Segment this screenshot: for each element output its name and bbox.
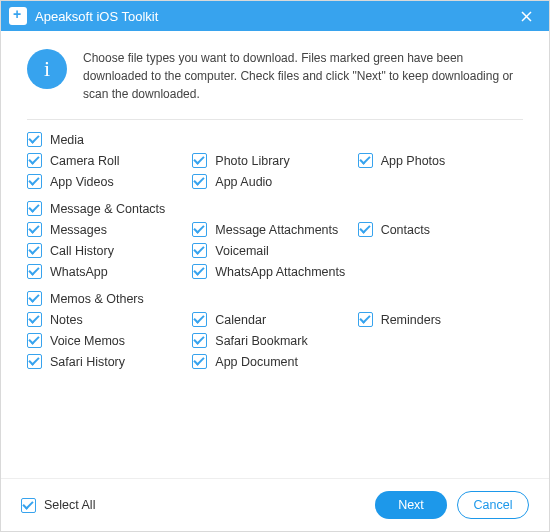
file-type-label: Photo Library: [215, 154, 289, 168]
app-title: Apeaksoft iOS Toolkit: [35, 9, 158, 24]
item-row: NotesCalendarReminders: [27, 312, 523, 327]
item-row: App VideosApp Audio: [27, 174, 523, 189]
section-header-item[interactable]: Message & Contacts: [27, 201, 523, 216]
file-type-item[interactable]: Message Attachments: [192, 222, 357, 237]
item-row: Voice MemosSafari Bookmark: [27, 333, 523, 348]
file-type-checkbox[interactable]: [192, 174, 207, 189]
file-type-checkbox[interactable]: [358, 312, 373, 327]
app-icon: [9, 7, 27, 25]
file-type-item[interactable]: Calendar: [192, 312, 357, 327]
file-type-checkbox[interactable]: [192, 153, 207, 168]
file-type-checkbox[interactable]: [27, 174, 42, 189]
file-type-checkbox[interactable]: [27, 312, 42, 327]
file-type-item[interactable]: App Audio: [192, 174, 357, 189]
file-type-label: App Document: [215, 355, 298, 369]
footer: Select All Next Cancel: [1, 478, 549, 531]
titlebar: Apeaksoft iOS Toolkit: [1, 1, 549, 31]
select-all-checkbox[interactable]: [21, 498, 36, 513]
section-header: Memos & Others: [27, 291, 523, 306]
item-row: Safari HistoryApp Document: [27, 354, 523, 369]
file-type-label: Message Attachments: [215, 223, 338, 237]
file-type-checkbox[interactable]: [192, 312, 207, 327]
info-icon: i: [27, 49, 67, 89]
file-type-label: Reminders: [381, 313, 441, 327]
cancel-button[interactable]: Cancel: [457, 491, 529, 519]
file-type-item[interactable]: Reminders: [358, 312, 523, 327]
app-window: Apeaksoft iOS Toolkit i Choose file type…: [0, 0, 550, 532]
file-type-item[interactable]: Contacts: [358, 222, 523, 237]
file-type-label: Notes: [50, 313, 83, 327]
file-type-checkbox[interactable]: [192, 354, 207, 369]
section-header-item[interactable]: Media: [27, 132, 523, 147]
file-type-item[interactable]: Call History: [27, 243, 192, 258]
file-type-item[interactable]: Voicemail: [192, 243, 357, 258]
close-button[interactable]: [511, 1, 541, 31]
section-checkbox[interactable]: [27, 132, 42, 147]
file-type-label: WhatsApp Attachments: [215, 265, 345, 279]
file-type-item[interactable]: App Document: [192, 354, 357, 369]
file-type-checkbox[interactable]: [192, 333, 207, 348]
section-header-item[interactable]: Memos & Others: [27, 291, 523, 306]
file-type-label: Voicemail: [215, 244, 269, 258]
file-type-item[interactable]: Notes: [27, 312, 192, 327]
file-type-item[interactable]: App Videos: [27, 174, 192, 189]
section-label: Memos & Others: [50, 292, 144, 306]
section-label: Media: [50, 133, 84, 147]
file-type-item[interactable]: App Photos: [358, 153, 523, 168]
file-type-label: Safari Bookmark: [215, 334, 307, 348]
file-type-label: Messages: [50, 223, 107, 237]
item-row: WhatsAppWhatsApp Attachments: [27, 264, 523, 279]
file-type-item[interactable]: Camera Roll: [27, 153, 192, 168]
file-type-list: MediaCamera RollPhoto LibraryApp PhotosA…: [27, 120, 523, 478]
file-type-item[interactable]: WhatsApp: [27, 264, 192, 279]
file-type-checkbox[interactable]: [27, 153, 42, 168]
file-type-checkbox[interactable]: [192, 264, 207, 279]
file-type-checkbox[interactable]: [27, 222, 42, 237]
item-row: MessagesMessage AttachmentsContacts: [27, 222, 523, 237]
section-header: Message & Contacts: [27, 201, 523, 216]
file-type-label: App Videos: [50, 175, 114, 189]
file-type-item[interactable]: WhatsApp Attachments: [192, 264, 357, 279]
file-type-label: Contacts: [381, 223, 430, 237]
file-type-checkbox[interactable]: [192, 222, 207, 237]
content-area: i Choose file types you want to download…: [1, 31, 549, 478]
file-type-item[interactable]: Messages: [27, 222, 192, 237]
intro-text: Choose file types you want to download. …: [83, 49, 523, 103]
section: Message & ContactsMessagesMessage Attach…: [27, 201, 523, 279]
section-checkbox[interactable]: [27, 201, 42, 216]
file-type-label: App Audio: [215, 175, 272, 189]
close-icon: [521, 11, 532, 22]
next-button[interactable]: Next: [375, 491, 447, 519]
file-type-item[interactable]: Safari Bookmark: [192, 333, 357, 348]
file-type-label: App Photos: [381, 154, 446, 168]
file-type-label: Calendar: [215, 313, 266, 327]
select-all-label: Select All: [44, 498, 95, 512]
file-type-label: Camera Roll: [50, 154, 119, 168]
item-row: Camera RollPhoto LibraryApp Photos: [27, 153, 523, 168]
section-checkbox[interactable]: [27, 291, 42, 306]
section-label: Message & Contacts: [50, 202, 165, 216]
file-type-checkbox[interactable]: [358, 222, 373, 237]
file-type-checkbox[interactable]: [27, 243, 42, 258]
file-type-label: Voice Memos: [50, 334, 125, 348]
file-type-item[interactable]: Photo Library: [192, 153, 357, 168]
file-type-checkbox[interactable]: [27, 264, 42, 279]
file-type-checkbox[interactable]: [192, 243, 207, 258]
file-type-item[interactable]: Voice Memos: [27, 333, 192, 348]
intro: i Choose file types you want to download…: [27, 49, 523, 120]
select-all-item[interactable]: Select All: [21, 498, 190, 513]
file-type-label: WhatsApp: [50, 265, 108, 279]
section: MediaCamera RollPhoto LibraryApp PhotosA…: [27, 132, 523, 189]
file-type-label: Call History: [50, 244, 114, 258]
file-type-checkbox[interactable]: [358, 153, 373, 168]
file-type-label: Safari History: [50, 355, 125, 369]
file-type-checkbox[interactable]: [27, 354, 42, 369]
section: Memos & OthersNotesCalendarRemindersVoic…: [27, 291, 523, 369]
section-header: Media: [27, 132, 523, 147]
file-type-checkbox[interactable]: [27, 333, 42, 348]
file-type-item[interactable]: Safari History: [27, 354, 192, 369]
item-row: Call HistoryVoicemail: [27, 243, 523, 258]
